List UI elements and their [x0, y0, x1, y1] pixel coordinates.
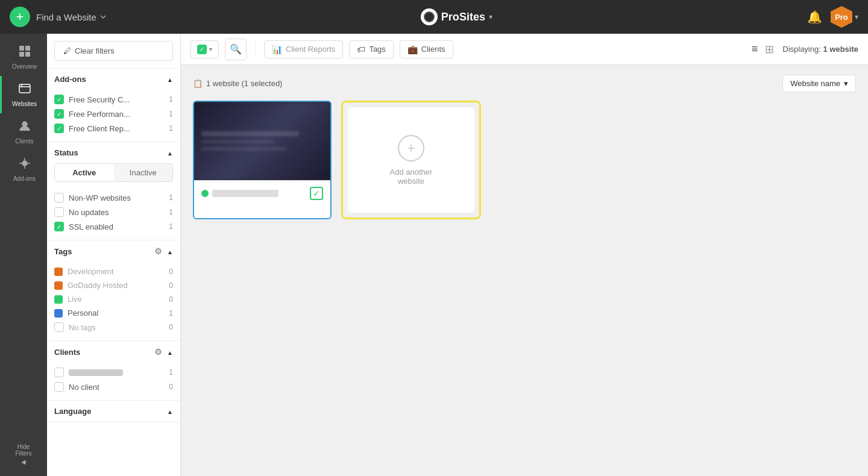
list-item[interactable]: No updates 1	[54, 205, 173, 219]
list-item[interactable]: Personal 1	[54, 306, 173, 320]
addon-count: 1	[169, 95, 173, 104]
list-item[interactable]: ✓Free Security C... 1	[54, 92, 173, 107]
client-reports-icon: 📊	[272, 45, 282, 54]
clients-section-header[interactable]: Clients ⚙	[47, 341, 180, 363]
sidebar-item-addons[interactable]: Add-ons	[0, 151, 47, 188]
tag-count: 0	[169, 281, 173, 290]
hide-filters-button[interactable]: Hide Filters ◀	[11, 440, 35, 469]
client-reports-button[interactable]: 📊 Client Reports	[264, 40, 343, 58]
list-item[interactable]: Live 0	[54, 292, 173, 306]
svg-rect-1	[25, 46, 30, 51]
overview-label: Overview	[12, 63, 37, 70]
client-count: 1	[169, 368, 173, 377]
tags-section-title: Tags	[54, 247, 72, 256]
search-button[interactable]: 🔍	[225, 39, 247, 60]
addons-filter-items: ✓Free Security C... 1 ✓Free Performan...…	[47, 90, 180, 142]
left-nav: Overview Websites Clients Add-ons Hide F…	[0, 34, 47, 476]
website-card[interactable]: ✓	[193, 101, 332, 219]
list-item[interactable]: GoDaddy Hosted 0	[54, 278, 173, 292]
tags-filter-section: Tags ⚙ Development 0 GoDaddy Hosted 0 Li…	[47, 240, 180, 341]
add-new-button[interactable]: +	[10, 7, 30, 27]
tag-count: 1	[169, 309, 173, 318]
brand-name: ProSites	[441, 11, 485, 23]
clients-filter-section: Clients ⚙ 1 No client 0	[47, 341, 180, 401]
sidebar-item-websites[interactable]: Websites	[0, 76, 47, 113]
list-item[interactable]: ✓Free Performan... 1	[54, 107, 173, 121]
language-collapse-icon[interactable]	[167, 407, 173, 416]
tags-gear-icon[interactable]: ⚙	[154, 246, 162, 256]
clients-gear-icon[interactable]: ⚙	[154, 347, 162, 357]
select-all-button[interactable]: ✓ ▾	[190, 40, 219, 58]
list-item[interactable]: No client 0	[54, 380, 173, 394]
filter-sidebar: 🖊 Clear filters Add-ons ✓Free Security C…	[47, 34, 181, 476]
sort-arrow-icon: ▾	[844, 79, 848, 88]
tags-collapse-icon[interactable]	[167, 247, 173, 256]
highlight-box: + Add another website	[341, 101, 481, 219]
list-item[interactable]: Development 0	[54, 265, 173, 278]
list-item[interactable]: Non-WP websites 1	[54, 190, 173, 205]
websites-count-label: 1 website (1 selected)	[206, 79, 282, 88]
notifications-button[interactable]: 🔔	[807, 10, 822, 24]
addon-count: 1	[169, 110, 173, 118]
add-website-icon: +	[398, 135, 424, 161]
clients-section-title: Clients	[54, 348, 80, 357]
top-nav-right: 🔔 Pro ▾	[807, 6, 858, 28]
brand-logo-icon	[424, 11, 435, 22]
sort-dropdown[interactable]: Website name ▾	[782, 75, 856, 92]
card-footer: ✓	[194, 180, 330, 206]
addons-icon	[18, 157, 31, 173]
tags-icon: 🏷	[357, 45, 365, 54]
find-website-dropdown[interactable]: Find a Website	[36, 12, 106, 22]
tag-label: Personal	[68, 308, 98, 318]
addons-section-header[interactable]: Add-ons	[47, 69, 180, 90]
top-nav-left: + Find a Website	[10, 7, 106, 27]
clear-filters-button[interactable]: 🖊 Clear filters	[54, 41, 173, 61]
tab-active[interactable]: Active	[55, 164, 114, 181]
clients-button[interactable]: 💼 Clients	[400, 40, 453, 58]
brand-dropdown-arrow[interactable]: ▾	[489, 13, 492, 21]
addon-count: 1	[169, 124, 173, 133]
addons-collapse-icon[interactable]	[167, 75, 173, 84]
tag-label: No tags	[69, 323, 96, 332]
tags-section-header[interactable]: Tags ⚙	[47, 240, 180, 262]
filter-top: 🖊 Clear filters	[47, 34, 180, 69]
websites-count: 📋 1 website (1 selected)	[193, 79, 282, 88]
user-avatar[interactable]: Pro	[831, 6, 852, 28]
status-section-header[interactable]: Status	[47, 142, 180, 163]
status-filter-section: Status Active Inactive Non-WP websites 1…	[47, 142, 180, 240]
list-item[interactable]: ✓Free Client Rep... 1	[54, 121, 173, 136]
list-view-button[interactable]: ≡	[749, 40, 761, 58]
user-dropdown-arrow[interactable]: ▾	[855, 13, 858, 21]
tag-label: Live	[68, 295, 82, 304]
grid-view-button[interactable]: ⊞	[763, 40, 776, 58]
select-dropdown-arrow: ▾	[209, 46, 212, 52]
tags-button[interactable]: 🏷 Tags	[349, 40, 393, 58]
tags-label: Tags	[369, 45, 385, 54]
displaying-prefix: Displaying:	[782, 45, 821, 54]
card-thumbnail	[194, 102, 330, 180]
sidebar-item-overview[interactable]: Overview	[0, 39, 47, 76]
sidebar-item-clients[interactable]: Clients	[0, 113, 47, 151]
cards-grid: ✓ + Add another website	[193, 101, 856, 219]
card-select-checkbox[interactable]: ✓	[310, 187, 323, 200]
list-item[interactable]: 1	[54, 365, 173, 380]
language-section-header[interactable]: Language	[47, 401, 180, 422]
status-tabs: Active Inactive	[54, 163, 173, 182]
filter-icon: 🖊	[63, 46, 71, 55]
status-collapse-icon[interactable]	[167, 148, 173, 157]
tag-count: 0	[169, 295, 173, 304]
displaying-text: Displaying: 1 website	[782, 45, 858, 54]
list-item[interactable]: No tags 0	[54, 320, 173, 334]
main-layout: Overview Websites Clients Add-ons Hide F…	[0, 34, 868, 476]
status-filter-items: Non-WP websites 1 No updates 1 ✓SSL enab…	[47, 188, 180, 240]
card-checkmark-icon: ✓	[313, 189, 320, 198]
list-item[interactable]: ✓SSL enabled 1	[54, 219, 173, 234]
tag-count: 0	[169, 268, 173, 276]
content-area: 📋 1 website (1 selected) Website name ▾	[181, 65, 868, 476]
clients-collapse-icon[interactable]	[167, 348, 173, 357]
client-label: No client	[69, 383, 99, 392]
addons-filter-section: Add-ons ✓Free Security C... 1 ✓Free Perf…	[47, 69, 180, 142]
add-website-card[interactable]: + Add another website	[348, 107, 474, 213]
brand-logo	[421, 8, 438, 25]
tab-inactive[interactable]: Inactive	[114, 164, 173, 181]
